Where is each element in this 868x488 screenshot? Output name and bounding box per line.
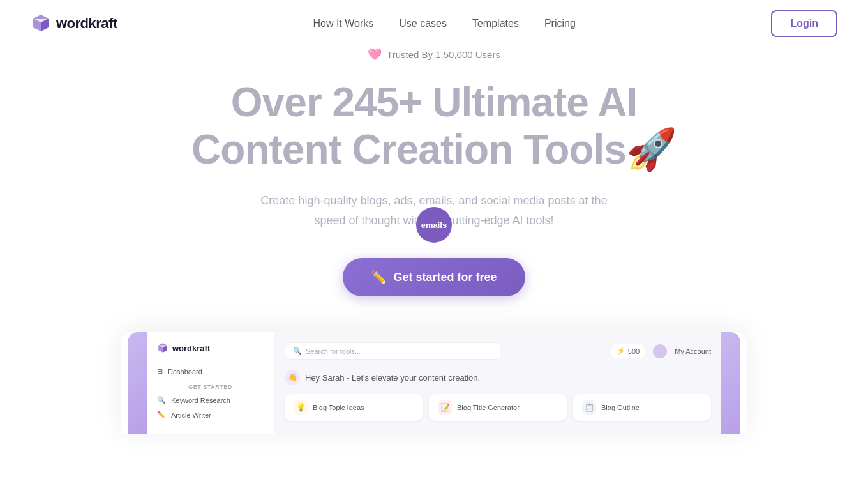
credits-icon: ⚡ [617,347,625,355]
preview-topbar: 🔍 Search for tools... ⚡ 500 My Account [285,342,711,360]
logo-icon [31,13,51,34]
svg-marker-1 [33,15,49,19]
nav-use-cases[interactable]: Use cases [399,18,447,29]
card1-label: Blog Topic Ideas [313,404,364,411]
trusted-badge: 🩷 Trusted By 1,50,000 Users [368,47,500,61]
preview-get-started-label: GET STARTED [157,384,264,390]
preview-dashboard-item: ⊞ Dashboard [157,364,264,379]
preview-article-item: ✏️ Article Writer [157,408,264,422]
nav-pricing[interactable]: Pricing [544,18,576,29]
card2-icon: 📝 [438,400,452,415]
login-button[interactable]: Login [771,10,837,37]
heart-icon: 🩷 [368,47,382,61]
hero-subtitle: Create high-quality blogs, ads, emails, … [255,191,613,230]
welcome-icon: 👋 [285,370,300,385]
hero-section: 🩷 Trusted By 1,50,000 Users Over 245+ Ul… [0,0,868,434]
preview-sidebar: wordkraft ⊞ Dashboard GET STARTED 🔍 Keyw… [147,332,274,434]
preview-card-3: 📋 Blog Outline [573,394,711,421]
preview-card-1: 💡 Blog Topic Ideas [285,394,423,421]
preview-keyword-item: 🔍 Keyword Research [157,393,264,408]
welcome-text: Hey Sarah - Let's elevate your content c… [305,373,480,383]
preview-topbar-right: ⚡ 500 My Account [611,344,711,358]
card3-icon: 📋 [582,400,596,415]
cta-label: Get started for free [393,271,497,284]
preview-logo-text: wordkraft [172,344,210,353]
trusted-text: Trusted By 1,50,000 Users [387,49,500,60]
preview-edge-right [721,332,740,434]
account-label: My Account [675,347,711,355]
preview-cards: 💡 Blog Topic Ideas 📝 Blog Title Generato… [285,394,711,421]
logo-link[interactable]: wordkraft [31,13,117,34]
svg-marker-5 [158,344,167,346]
card3-label: Blog Outline [601,404,640,411]
preview-edge-left [128,332,147,434]
logo-text: wordkraft [56,15,117,32]
card2-label: Blog Title Generator [457,404,520,411]
nav-templates[interactable]: Templates [472,18,519,29]
nav-links: How It Works Use cases Templates Pricing [313,18,575,29]
hero-title: Over 245+ Ultimate AI Content Creation T… [185,79,683,173]
search-icon: 🔍 [293,347,302,355]
preview-main: 🔍 Search for tools... ⚡ 500 My Account [274,332,721,434]
preview-logo-icon [157,342,168,354]
preview-logo: wordkraft [157,342,264,354]
keyword-icon: 🔍 [157,396,166,404]
article-icon: ✏️ [157,411,166,419]
navbar: wordkraft How It Works Use cases Templat… [0,0,868,47]
card1-icon: 💡 [294,400,308,415]
preview-avatar [653,344,667,358]
preview-search: 🔍 Search for tools... [285,342,502,360]
preview-card-2: 📝 Blog Title Generator [429,394,567,421]
pen-icon: ✏️ [371,270,387,285]
nav-how-it-works[interactable]: How It Works [313,18,373,29]
dashboard-preview: wordkraft ⊞ Dashboard GET STARTED 🔍 Keyw… [128,332,740,434]
preview-welcome: 👋 Hey Sarah - Let's elevate your content… [285,370,711,385]
cta-button[interactable]: ✏️ Get started for free [343,258,525,296]
dashboard-icon: ⊞ [157,367,163,376]
preview-credits: ⚡ 500 [611,344,645,358]
